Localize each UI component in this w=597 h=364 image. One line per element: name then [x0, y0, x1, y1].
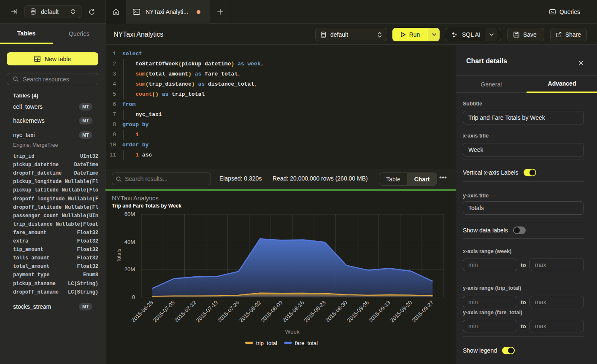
- svg-text:2015-09-06: 2015-09-06: [346, 299, 370, 324]
- svg-text:trip_total: trip_total: [256, 340, 277, 346]
- svg-text:20M: 20M: [124, 266, 135, 272]
- svg-text:Week: Week: [285, 329, 300, 335]
- svg-text:2015-08-09: 2015-08-09: [259, 299, 284, 324]
- svg-text:2015-09-13: 2015-09-13: [367, 299, 392, 324]
- svg-text:2015-08-30: 2015-08-30: [324, 299, 348, 324]
- svg-text:Totals: Totals: [116, 249, 122, 263]
- svg-text:2015-09-20: 2015-09-20: [389, 299, 413, 324]
- svg-text:2015-08-16: 2015-08-16: [281, 299, 305, 324]
- svg-text:fare_total: fare_total: [295, 340, 318, 346]
- svg-text:2015-07-05: 2015-07-05: [151, 299, 176, 324]
- svg-text:2015-08-23: 2015-08-23: [303, 299, 327, 324]
- svg-text:0: 0: [132, 294, 135, 300]
- svg-text:2015-07-19: 2015-07-19: [195, 299, 219, 324]
- svg-text:2015-06-28: 2015-06-28: [130, 299, 154, 324]
- svg-text:2015-07-26: 2015-07-26: [216, 299, 241, 324]
- svg-text:40M: 40M: [124, 239, 135, 245]
- svg-text:60M: 60M: [124, 211, 135, 217]
- svg-text:2015-08-02: 2015-08-02: [238, 299, 262, 324]
- svg-text:2015-07-12: 2015-07-12: [173, 299, 197, 324]
- svg-text:2015-09-27: 2015-09-27: [411, 299, 435, 324]
